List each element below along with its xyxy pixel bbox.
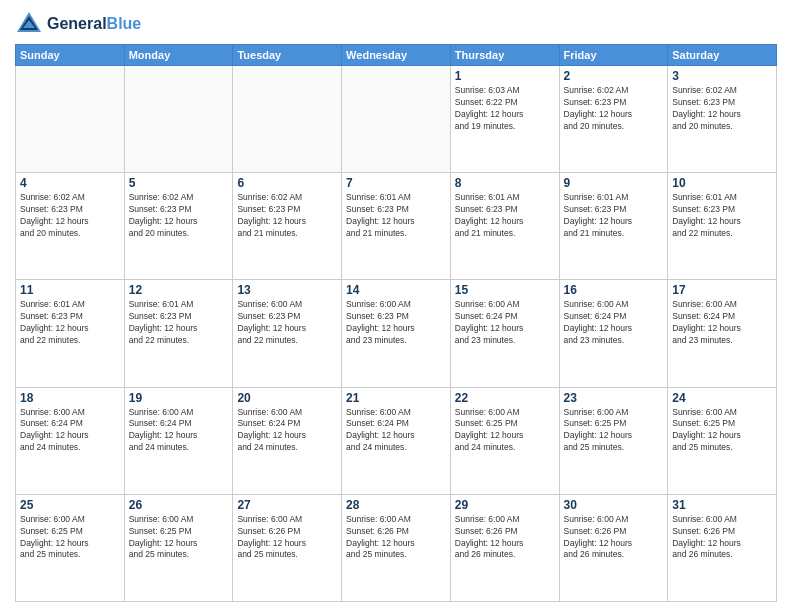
day-number: 16 xyxy=(564,283,664,297)
calendar-cell: 18Sunrise: 6:00 AM Sunset: 6:24 PM Dayli… xyxy=(16,387,125,494)
day-info: Sunrise: 6:01 AM Sunset: 6:23 PM Dayligh… xyxy=(129,299,229,347)
calendar-cell: 2Sunrise: 6:02 AM Sunset: 6:23 PM Daylig… xyxy=(559,66,668,173)
day-info: Sunrise: 6:00 AM Sunset: 6:24 PM Dayligh… xyxy=(672,299,772,347)
calendar-cell: 21Sunrise: 6:00 AM Sunset: 6:24 PM Dayli… xyxy=(342,387,451,494)
day-info: Sunrise: 6:00 AM Sunset: 6:26 PM Dayligh… xyxy=(672,514,772,562)
day-info: Sunrise: 6:00 AM Sunset: 6:24 PM Dayligh… xyxy=(346,407,446,455)
day-info: Sunrise: 6:01 AM Sunset: 6:23 PM Dayligh… xyxy=(564,192,664,240)
calendar-cell: 25Sunrise: 6:00 AM Sunset: 6:25 PM Dayli… xyxy=(16,494,125,601)
day-info: Sunrise: 6:02 AM Sunset: 6:23 PM Dayligh… xyxy=(129,192,229,240)
day-number: 14 xyxy=(346,283,446,297)
calendar-cell: 8Sunrise: 6:01 AM Sunset: 6:23 PM Daylig… xyxy=(450,173,559,280)
header: GeneralBlue xyxy=(15,10,777,38)
day-number: 9 xyxy=(564,176,664,190)
day-number: 31 xyxy=(672,498,772,512)
calendar-cell: 12Sunrise: 6:01 AM Sunset: 6:23 PM Dayli… xyxy=(124,280,233,387)
day-info: Sunrise: 6:00 AM Sunset: 6:25 PM Dayligh… xyxy=(564,407,664,455)
calendar-cell: 17Sunrise: 6:00 AM Sunset: 6:24 PM Dayli… xyxy=(668,280,777,387)
day-number: 1 xyxy=(455,69,555,83)
day-info: Sunrise: 6:00 AM Sunset: 6:25 PM Dayligh… xyxy=(20,514,120,562)
day-info: Sunrise: 6:00 AM Sunset: 6:25 PM Dayligh… xyxy=(455,407,555,455)
day-number: 19 xyxy=(129,391,229,405)
day-info: Sunrise: 6:00 AM Sunset: 6:26 PM Dayligh… xyxy=(564,514,664,562)
day-info: Sunrise: 6:01 AM Sunset: 6:23 PM Dayligh… xyxy=(455,192,555,240)
calendar-cell: 10Sunrise: 6:01 AM Sunset: 6:23 PM Dayli… xyxy=(668,173,777,280)
logo-blue-accent: Blue xyxy=(107,15,142,32)
calendar-cell: 1Sunrise: 6:03 AM Sunset: 6:22 PM Daylig… xyxy=(450,66,559,173)
day-number: 26 xyxy=(129,498,229,512)
logo: GeneralBlue xyxy=(15,10,141,38)
day-info: Sunrise: 6:02 AM Sunset: 6:23 PM Dayligh… xyxy=(237,192,337,240)
day-header-tuesday: Tuesday xyxy=(233,45,342,66)
logo-icon xyxy=(15,10,43,38)
day-number: 27 xyxy=(237,498,337,512)
calendar-week-5: 25Sunrise: 6:00 AM Sunset: 6:25 PM Dayli… xyxy=(16,494,777,601)
day-info: Sunrise: 6:01 AM Sunset: 6:23 PM Dayligh… xyxy=(20,299,120,347)
day-info: Sunrise: 6:00 AM Sunset: 6:26 PM Dayligh… xyxy=(237,514,337,562)
calendar-cell: 6Sunrise: 6:02 AM Sunset: 6:23 PM Daylig… xyxy=(233,173,342,280)
day-number: 13 xyxy=(237,283,337,297)
day-header-saturday: Saturday xyxy=(668,45,777,66)
calendar-week-1: 1Sunrise: 6:03 AM Sunset: 6:22 PM Daylig… xyxy=(16,66,777,173)
calendar-cell: 15Sunrise: 6:00 AM Sunset: 6:24 PM Dayli… xyxy=(450,280,559,387)
calendar-cell: 26Sunrise: 6:00 AM Sunset: 6:25 PM Dayli… xyxy=(124,494,233,601)
day-info: Sunrise: 6:00 AM Sunset: 6:24 PM Dayligh… xyxy=(237,407,337,455)
calendar-cell xyxy=(233,66,342,173)
calendar-cell: 11Sunrise: 6:01 AM Sunset: 6:23 PM Dayli… xyxy=(16,280,125,387)
calendar-cell: 4Sunrise: 6:02 AM Sunset: 6:23 PM Daylig… xyxy=(16,173,125,280)
calendar-cell: 14Sunrise: 6:00 AM Sunset: 6:23 PM Dayli… xyxy=(342,280,451,387)
day-number: 29 xyxy=(455,498,555,512)
day-number: 22 xyxy=(455,391,555,405)
day-number: 23 xyxy=(564,391,664,405)
calendar-cell: 13Sunrise: 6:00 AM Sunset: 6:23 PM Dayli… xyxy=(233,280,342,387)
day-number: 24 xyxy=(672,391,772,405)
calendar-cell: 28Sunrise: 6:00 AM Sunset: 6:26 PM Dayli… xyxy=(342,494,451,601)
day-number: 6 xyxy=(237,176,337,190)
day-header-monday: Monday xyxy=(124,45,233,66)
calendar-cell: 9Sunrise: 6:01 AM Sunset: 6:23 PM Daylig… xyxy=(559,173,668,280)
day-header-sunday: Sunday xyxy=(16,45,125,66)
calendar-week-3: 11Sunrise: 6:01 AM Sunset: 6:23 PM Dayli… xyxy=(16,280,777,387)
day-number: 4 xyxy=(20,176,120,190)
calendar-cell: 30Sunrise: 6:00 AM Sunset: 6:26 PM Dayli… xyxy=(559,494,668,601)
day-info: Sunrise: 6:00 AM Sunset: 6:23 PM Dayligh… xyxy=(346,299,446,347)
day-header-thursday: Thursday xyxy=(450,45,559,66)
day-number: 8 xyxy=(455,176,555,190)
calendar-cell: 16Sunrise: 6:00 AM Sunset: 6:24 PM Dayli… xyxy=(559,280,668,387)
day-number: 21 xyxy=(346,391,446,405)
logo-text: GeneralBlue xyxy=(47,15,141,33)
day-number: 3 xyxy=(672,69,772,83)
day-info: Sunrise: 6:03 AM Sunset: 6:22 PM Dayligh… xyxy=(455,85,555,133)
calendar-cell: 31Sunrise: 6:00 AM Sunset: 6:26 PM Dayli… xyxy=(668,494,777,601)
day-info: Sunrise: 6:02 AM Sunset: 6:23 PM Dayligh… xyxy=(20,192,120,240)
day-info: Sunrise: 6:00 AM Sunset: 6:25 PM Dayligh… xyxy=(129,514,229,562)
calendar-cell: 29Sunrise: 6:00 AM Sunset: 6:26 PM Dayli… xyxy=(450,494,559,601)
day-info: Sunrise: 6:00 AM Sunset: 6:26 PM Dayligh… xyxy=(346,514,446,562)
page: GeneralBlue SundayMondayTuesdayWednesday… xyxy=(0,0,792,612)
day-number: 7 xyxy=(346,176,446,190)
day-number: 18 xyxy=(20,391,120,405)
calendar-cell xyxy=(124,66,233,173)
day-number: 12 xyxy=(129,283,229,297)
day-info: Sunrise: 6:01 AM Sunset: 6:23 PM Dayligh… xyxy=(672,192,772,240)
day-number: 5 xyxy=(129,176,229,190)
day-header-wednesday: Wednesday xyxy=(342,45,451,66)
day-info: Sunrise: 6:00 AM Sunset: 6:24 PM Dayligh… xyxy=(455,299,555,347)
day-number: 11 xyxy=(20,283,120,297)
day-info: Sunrise: 6:00 AM Sunset: 6:26 PM Dayligh… xyxy=(455,514,555,562)
calendar-table: SundayMondayTuesdayWednesdayThursdayFrid… xyxy=(15,44,777,602)
day-number: 10 xyxy=(672,176,772,190)
calendar-cell xyxy=(342,66,451,173)
day-info: Sunrise: 6:01 AM Sunset: 6:23 PM Dayligh… xyxy=(346,192,446,240)
calendar-cell: 24Sunrise: 6:00 AM Sunset: 6:25 PM Dayli… xyxy=(668,387,777,494)
day-info: Sunrise: 6:02 AM Sunset: 6:23 PM Dayligh… xyxy=(672,85,772,133)
calendar-cell: 23Sunrise: 6:00 AM Sunset: 6:25 PM Dayli… xyxy=(559,387,668,494)
day-info: Sunrise: 6:00 AM Sunset: 6:23 PM Dayligh… xyxy=(237,299,337,347)
calendar-cell xyxy=(16,66,125,173)
calendar-cell: 19Sunrise: 6:00 AM Sunset: 6:24 PM Dayli… xyxy=(124,387,233,494)
day-number: 28 xyxy=(346,498,446,512)
day-info: Sunrise: 6:00 AM Sunset: 6:24 PM Dayligh… xyxy=(20,407,120,455)
day-header-friday: Friday xyxy=(559,45,668,66)
day-number: 2 xyxy=(564,69,664,83)
day-number: 17 xyxy=(672,283,772,297)
